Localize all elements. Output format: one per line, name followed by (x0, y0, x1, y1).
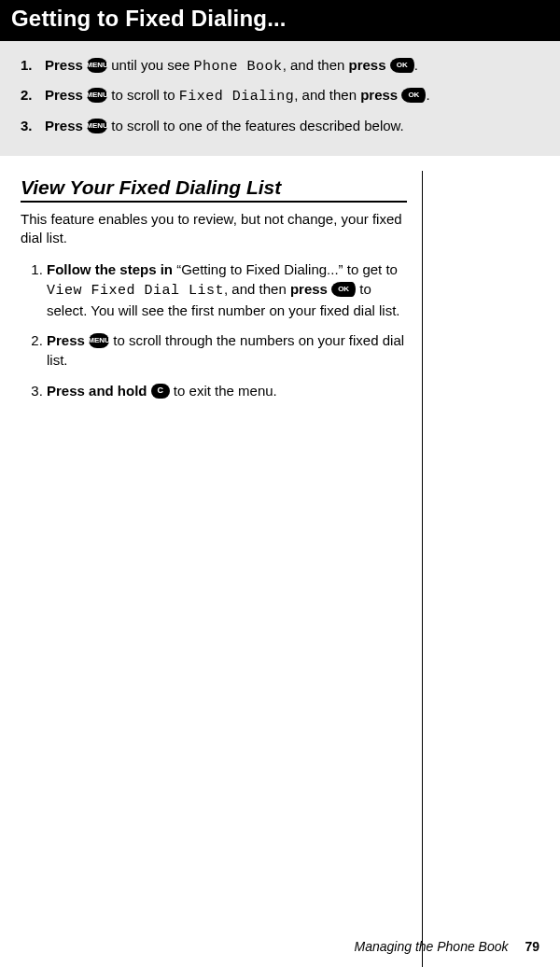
section-heading: View Your Fixed Dialing List (21, 176, 407, 203)
getting-to-item: 2. Press MENU to scroll to Fixed Dialing… (21, 86, 539, 106)
page-header: Getting to Fixed Dialing... (0, 0, 560, 41)
list-text: Press MENU to scroll to Fixed Dialing, a… (45, 86, 430, 106)
step-item: Follow the steps in “Getting to Fixed Di… (47, 260, 407, 320)
section-intro: This feature enables you to review, but … (21, 210, 407, 248)
side-column (422, 171, 539, 967)
menu-icon: MENU (89, 333, 109, 348)
main-column: View Your Fixed Dialing List This featur… (21, 171, 422, 967)
ok-icon: OK (401, 88, 426, 103)
header-title: Getting to Fixed Dialing... (11, 6, 287, 31)
main-content: View Your Fixed Dialing List This featur… (0, 156, 560, 967)
steps-list: Follow the steps in “Getting to Fixed Di… (21, 260, 407, 400)
menu-icon: MENU (87, 58, 107, 73)
getting-to-list: 1. Press MENU until you see Phone Book, … (21, 56, 539, 135)
getting-to-item: 1. Press MENU until you see Phone Book, … (21, 56, 539, 77)
step-item: Press MENU to scroll through the numbers… (47, 331, 407, 370)
footer-chapter: Managing the Phone Book (355, 939, 509, 954)
ok-icon: OK (390, 58, 414, 73)
list-number: 1. (21, 56, 37, 77)
footer-page-number: 79 (525, 939, 539, 954)
list-text: Press MENU to scroll to one of the featu… (45, 117, 404, 135)
list-number: 2. (21, 86, 37, 106)
step-item: Press and hold C to exit the menu. (47, 382, 407, 401)
page-footer: Managing the Phone Book 79 (355, 939, 539, 954)
getting-to-item: 3. Press MENU to scroll to one of the fe… (21, 117, 539, 135)
page: Getting to Fixed Dialing... 1. Press MEN… (0, 0, 560, 967)
getting-to-box: 1. Press MENU until you see Phone Book, … (0, 41, 560, 156)
list-number: 3. (21, 117, 37, 135)
menu-icon: MENU (87, 119, 107, 133)
ok-icon: OK (331, 282, 356, 297)
two-column-layout: View Your Fixed Dialing List This featur… (21, 171, 539, 967)
menu-icon: MENU (87, 88, 107, 103)
c-icon: C (151, 384, 170, 399)
list-text: Press MENU until you see Phone Book, and… (45, 56, 418, 77)
